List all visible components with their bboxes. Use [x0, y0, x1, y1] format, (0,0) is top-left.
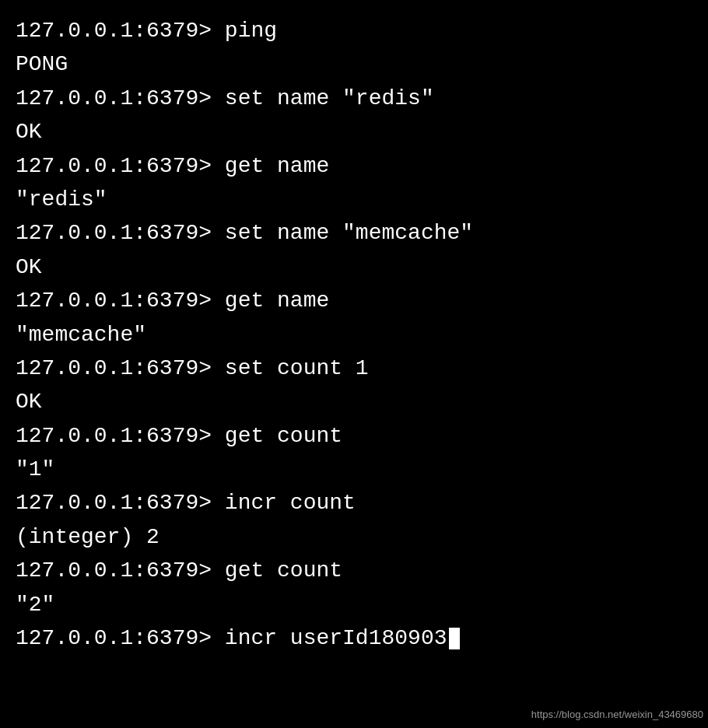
- terminal-prompt: 127.0.0.1:6379> get name: [16, 149, 692, 183]
- terminal-prompt: 127.0.0.1:6379> set name "memcache": [16, 216, 692, 250]
- terminal-response: "2": [16, 588, 692, 621]
- terminal-prompt: 127.0.0.1:6379> incr count: [16, 486, 692, 520]
- terminal-response: "1": [16, 453, 692, 486]
- terminal-response: (integer) 2: [16, 520, 692, 554]
- terminal-response: OK: [16, 250, 692, 284]
- terminal-prompt: 127.0.0.1:6379> incr userId180903: [16, 621, 692, 655]
- terminal-prompt: 127.0.0.1:6379> get count: [16, 419, 692, 453]
- terminal-response: "redis": [16, 183, 692, 216]
- terminal-response: OK: [16, 115, 692, 149]
- terminal-window: 127.0.0.1:6379> pingPONG127.0.0.1:6379> …: [0, 0, 708, 669]
- terminal-cursor: [449, 628, 460, 649]
- terminal-prompt: 127.0.0.1:6379> get count: [16, 554, 692, 587]
- watermark: https://blog.csdn.net/weixin_43469680: [527, 707, 708, 722]
- terminal-prompt: 127.0.0.1:6379> set name "redis": [16, 82, 692, 115]
- terminal-response: OK: [16, 385, 692, 418]
- terminal-response: "memcache": [16, 318, 692, 352]
- terminal-prompt: 127.0.0.1:6379> set count 1: [16, 352, 692, 385]
- terminal-prompt: 127.0.0.1:6379> ping: [16, 14, 692, 47]
- terminal-response: PONG: [16, 47, 692, 81]
- terminal-prompt: 127.0.0.1:6379> get name: [16, 284, 692, 317]
